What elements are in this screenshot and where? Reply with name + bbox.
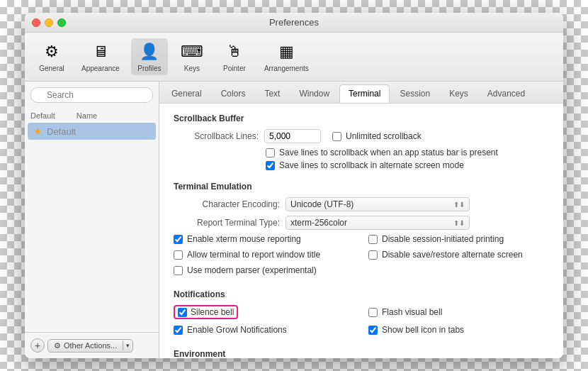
- star-icon: ★: [33, 126, 43, 137]
- notifications-section: Notifications Silence bell Flash visual …: [174, 289, 549, 338]
- char-encoding-value: Unicode (UTF-8): [290, 199, 354, 209]
- scrollback-lines-row: Scrollback Lines: Unlimited scrollback: [174, 129, 549, 143]
- show-bell-icon-checkbox[interactable]: [368, 326, 378, 335]
- disable-save-checkbox[interactable]: [368, 250, 378, 260]
- disable-session-label: Disable session-initiated printing: [382, 234, 504, 244]
- enable-growl-label: Enable Growl Notifications: [187, 325, 287, 335]
- scrollback-section-title: Scrollback Buffer: [174, 113, 549, 123]
- toolbar-item-profiles[interactable]: 👤 Profiles: [131, 38, 168, 75]
- disable-session-row: Disable session-initiated printing: [368, 234, 549, 244]
- use-modern-parser-row: Use modern parser (experimental): [174, 265, 354, 275]
- traffic-lights: [32, 18, 66, 27]
- disable-session-checkbox[interactable]: [368, 235, 378, 244]
- toolbar-item-arrangements[interactable]: ▦ Arrangements: [259, 38, 315, 75]
- use-modern-parser-checkbox[interactable]: [174, 266, 183, 275]
- tab-colors[interactable]: Colors: [212, 84, 255, 103]
- col-default-label: Default: [30, 111, 55, 120]
- toolbar-item-keys[interactable]: ⌨ Keys: [174, 38, 210, 75]
- report-type-arrow: ⬆⬇: [453, 219, 465, 227]
- char-encoding-select[interactable]: Unicode (UTF-8) ⬆⬇: [285, 197, 470, 211]
- save-lines-alternate-label: Save lines to scrollback in alternate sc…: [279, 160, 464, 170]
- sidebar-row-default[interactable]: ★ Default: [28, 123, 156, 140]
- silence-bell-highlight: Silence bell: [174, 305, 238, 319]
- flash-visual-bell-row: Flash visual bell: [368, 305, 549, 319]
- enable-growl-row: Enable Growl Notifications: [174, 325, 354, 335]
- terminal-emulation-section: Terminal Emulation Character Encoding: U…: [174, 182, 549, 278]
- toolbar-item-appearance[interactable]: 🖥 Appearance: [76, 38, 125, 75]
- disable-save-label: Disable save/restore alternate screen: [382, 250, 523, 260]
- flash-visual-bell-checkbox[interactable]: [368, 308, 378, 317]
- scrollback-section: Scrollback Buffer Scrollback Lines: Unli…: [174, 113, 549, 170]
- window-title: Preferences: [269, 17, 319, 28]
- tab-terminal[interactable]: Terminal: [339, 84, 390, 103]
- use-modern-parser-label: Use modern parser (experimental): [187, 265, 317, 275]
- sidebar-header: Default Name: [25, 109, 159, 123]
- char-encoding-arrow: ⬆⬇: [453, 201, 465, 209]
- close-button[interactable]: [32, 18, 40, 27]
- toolbar-label-pointer: Pointer: [223, 65, 246, 72]
- preferences-window: Preferences ⚙ General 🖥 Appearance 👤 Pro…: [25, 13, 563, 358]
- search-wrap: 🔍: [30, 87, 153, 103]
- tab-keys[interactable]: Keys: [440, 84, 477, 103]
- gear-icon: ⚙: [54, 341, 61, 350]
- silence-bell-row: Silence bell: [174, 305, 354, 319]
- save-lines-alternate-row: Save lines to scrollback in alternate sc…: [266, 160, 549, 170]
- unlimited-scrollback-checkbox[interactable]: [332, 132, 341, 141]
- notifications-checkboxes: Silence bell Flash visual bell Enable Gr…: [174, 305, 549, 338]
- toolbar-item-pointer[interactable]: 🖱 Pointer: [216, 38, 253, 75]
- add-profile-button[interactable]: +: [30, 338, 45, 353]
- other-actions-button[interactable]: ⚙ Other Actions... ▾: [47, 339, 133, 353]
- col-name-label: Name: [77, 111, 97, 120]
- emulation-checkboxes: Enable xterm mouse reporting Disable ses…: [174, 234, 549, 278]
- enable-growl-checkbox[interactable]: [174, 326, 183, 335]
- titlebar: Preferences: [25, 13, 563, 33]
- flash-visual-bell-label: Flash visual bell: [382, 307, 442, 317]
- allow-terminal-checkbox[interactable]: [174, 250, 183, 260]
- profiles-icon: 👤: [139, 41, 160, 62]
- silence-bell-checkbox[interactable]: [178, 308, 187, 317]
- report-type-select[interactable]: xterm-256color ⬆⬇: [285, 216, 470, 230]
- tab-window[interactable]: Window: [290, 84, 339, 103]
- tab-general[interactable]: General: [162, 84, 211, 103]
- enable-xterm-row: Enable xterm mouse reporting: [174, 234, 354, 244]
- toolbar-item-general[interactable]: ⚙ General: [33, 38, 70, 75]
- tab-text-label: Text: [264, 89, 280, 99]
- toolbar-label-arrangements: Arrangements: [264, 65, 309, 72]
- search-input[interactable]: [30, 87, 153, 103]
- toolbar-label-keys: Keys: [184, 65, 200, 72]
- show-bell-icon-label: Show bell icon in tabs: [382, 325, 464, 335]
- tab-text[interactable]: Text: [255, 84, 289, 103]
- report-type-value: xterm-256color: [290, 218, 347, 228]
- scrollback-lines-input[interactable]: [264, 129, 321, 143]
- tab-advanced-label: Advanced: [487, 89, 525, 99]
- other-actions-label: Other Actions...: [64, 341, 117, 350]
- minimize-button[interactable]: [45, 18, 53, 27]
- tab-colors-label: Colors: [221, 89, 246, 99]
- tab-advanced[interactable]: Advanced: [478, 84, 534, 103]
- tab-general-label: General: [171, 89, 202, 99]
- disable-save-row: Disable save/restore alternate screen: [368, 250, 549, 260]
- save-lines-statusbar-row: Save lines to scrollback when an app sta…: [266, 148, 549, 157]
- show-bell-icon-row: Show bell icon in tabs: [368, 325, 549, 335]
- tab-session[interactable]: Session: [390, 84, 439, 103]
- report-type-row: Report Terminal Type: xterm-256color ⬆⬇: [174, 216, 549, 230]
- scrollback-lines-label: Scrollback Lines:: [174, 131, 259, 141]
- sidebar-search-area: 🔍: [25, 82, 159, 109]
- arrangements-icon: ▦: [276, 41, 297, 62]
- tab-window-label: Window: [299, 89, 329, 99]
- notifications-title: Notifications: [174, 289, 549, 299]
- pointer-icon: 🖱: [224, 41, 245, 62]
- enable-xterm-checkbox[interactable]: [174, 235, 183, 244]
- terminal-emulation-title: Terminal Emulation: [174, 182, 549, 192]
- save-lines-alternate-checkbox[interactable]: [266, 161, 275, 170]
- content-area: 🔍 Default Name ★ Default +: [25, 82, 563, 358]
- keys-icon: ⌨: [181, 41, 203, 62]
- sidebar-footer: + ⚙ Other Actions... ▾: [25, 332, 159, 358]
- other-actions-arrow[interactable]: ▾: [123, 340, 132, 350]
- tab-session-label: Session: [400, 89, 430, 99]
- save-lines-statusbar-label: Save lines to scrollback when an app sta…: [279, 148, 498, 157]
- profile-name: Default: [47, 126, 76, 137]
- maximize-button[interactable]: [57, 18, 66, 27]
- tab-terminal-label: Terminal: [349, 89, 380, 99]
- save-lines-statusbar-checkbox[interactable]: [266, 148, 275, 157]
